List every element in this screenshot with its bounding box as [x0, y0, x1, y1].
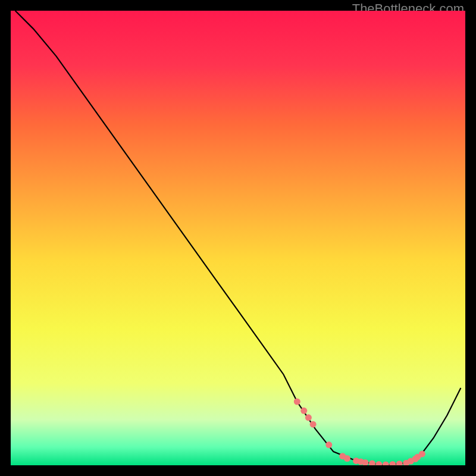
- data-point: [300, 408, 307, 414]
- data-point: [325, 441, 332, 448]
- data-point: [310, 421, 317, 428]
- data-point: [305, 414, 312, 421]
- data-point: [344, 455, 350, 462]
- chart-svg: [11, 11, 465, 465]
- gradient-background: [11, 11, 465, 465]
- data-point: [294, 399, 300, 405]
- data-point: [419, 450, 425, 457]
- chart-frame: [11, 11, 465, 465]
